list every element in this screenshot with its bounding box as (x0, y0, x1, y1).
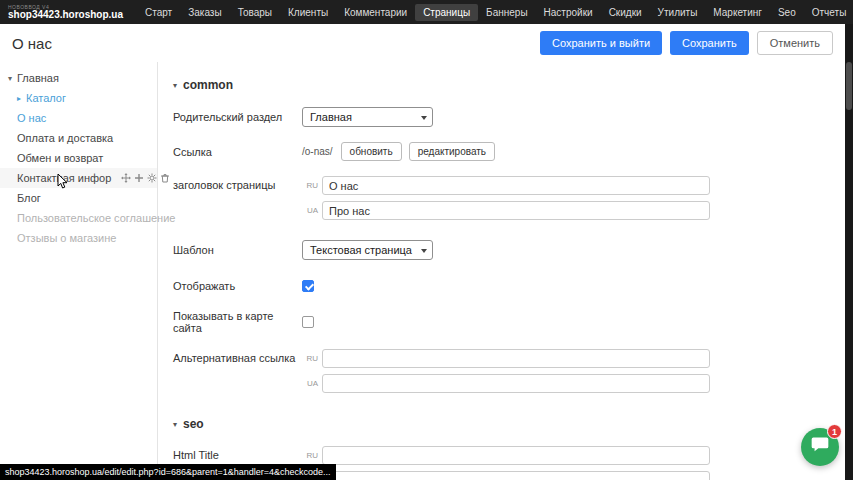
main-layout: ▾ Главная ▸ Каталог О нас Оплата и доста… (0, 62, 845, 480)
move-icon[interactable] (121, 173, 131, 183)
chat-widget-button[interactable]: 1 (801, 428, 839, 466)
field-label: Родительский раздел (173, 111, 298, 123)
parent-section-row: Родительский раздел Главная (173, 107, 845, 127)
menu-item-seo[interactable]: Seo (770, 4, 804, 21)
section-common[interactable]: ▾ common (173, 78, 845, 92)
page-url-value: /o-nas/ (302, 146, 333, 157)
save-and-exit-button[interactable]: Сохранить и выйти (540, 31, 662, 55)
chevron-down-icon: ▾ (173, 420, 177, 429)
top-menu: Старт Заказы Товары Клиенты Комментарии … (137, 0, 853, 24)
link-row: Ссылка /o-nas/ обновить редактировать (173, 142, 845, 161)
chevron-down-icon (421, 116, 427, 120)
alt-link-ua-input[interactable] (322, 374, 710, 393)
sidebar-item-user-agreement[interactable]: Пользовательское соглашение (0, 208, 157, 228)
cancel-button[interactable]: Отменить (757, 31, 833, 55)
add-page-icon[interactable] (134, 173, 144, 183)
field-label: Отображать (173, 280, 298, 292)
save-button[interactable]: Сохранить (670, 31, 749, 55)
chevron-down-icon: ▾ (8, 74, 12, 83)
chat-icon (810, 435, 830, 459)
update-url-button[interactable]: обновить (341, 142, 402, 161)
menu-item-banners[interactable]: Баннеры (478, 4, 535, 21)
page-edit-form: ▾ common Родительский раздел Главная Ссы… (158, 62, 845, 480)
sidebar-item-label: Оплата и доставка (17, 132, 113, 144)
section-title: common (183, 78, 233, 92)
sidebar-item-about[interactable]: О нас (0, 108, 157, 128)
page-title-row: заголовок страницы RU UA (173, 176, 845, 220)
select-value: Текстовая страница (310, 244, 412, 256)
page-title-ru-input[interactable] (322, 176, 710, 195)
shop-domain-label: shop34423.horoshop.ua (8, 10, 123, 20)
sidebar-item-exchange-return[interactable]: Обмен и возврат (0, 148, 157, 168)
page-title-ua-input[interactable] (322, 201, 710, 220)
section-seo[interactable]: ▾ seo (173, 417, 845, 431)
field-label-text: Html Title (173, 449, 298, 461)
alt-link-ru-input[interactable] (322, 349, 710, 368)
header-buttons: Сохранить и выйти Сохранить Отменить (540, 31, 833, 55)
lang-ua-badge: UA (302, 206, 318, 215)
template-row: Шаблон Текстовая страница (173, 240, 845, 260)
menu-item-start[interactable]: Старт (137, 4, 180, 21)
template-select[interactable]: Текстовая страница (302, 240, 433, 260)
edit-url-button[interactable]: редактировать (409, 142, 495, 161)
topbar: НОВОВВОД V4 shop34423.horoshop.ua Старт … (0, 0, 853, 24)
sidebar-item-blog[interactable]: Блог (0, 188, 157, 208)
menu-item-clients[interactable]: Клиенты (280, 4, 336, 21)
chevron-right-icon: ▸ (17, 94, 21, 103)
sidebar-item-label: Главная (17, 72, 59, 84)
chevron-down-icon: ▾ (173, 81, 177, 90)
display-row: Отображать (173, 280, 845, 292)
sidebar-item-label: О нас (17, 112, 46, 124)
html-title-ru-input[interactable] (322, 446, 710, 465)
menu-item-marketing[interactable]: Маркетинг (705, 4, 770, 21)
sidebar-item-payment-delivery[interactable]: Оплата и доставка (0, 128, 157, 148)
logo[interactable]: НОВОВВОД V4 shop34423.horoshop.ua (8, 5, 123, 20)
chat-unread-badge: 1 (827, 424, 842, 439)
menu-item-orders[interactable]: Заказы (180, 4, 229, 21)
field-label: Шаблон (173, 244, 298, 256)
gear-icon[interactable] (147, 173, 157, 183)
sitemap-row: Показывать в карте сайта (173, 310, 845, 334)
menu-item-utilities[interactable]: Утилиты (650, 4, 706, 21)
chevron-down-icon (421, 249, 427, 253)
section-title: seo (183, 417, 204, 431)
menu-item-discounts[interactable]: Скидки (601, 4, 650, 21)
menu-item-products[interactable]: Товары (230, 4, 280, 21)
sidebar-item-label: Пользовательское соглашение (17, 212, 175, 224)
sidebar-item-catalog[interactable]: ▸ Каталог (0, 88, 157, 108)
sidebar-item-label: Блог (17, 192, 41, 204)
sidebar-item-label: Обмен и возврат (17, 152, 103, 164)
menu-item-reports[interactable]: Отчеты (804, 4, 853, 21)
vertical-scrollbar[interactable] (845, 24, 853, 480)
menu-item-settings[interactable]: Настройки (536, 4, 601, 21)
lang-ru-badge: RU (302, 181, 318, 190)
sidebar-item-store-reviews[interactable]: Отзывы о магазине (0, 228, 157, 248)
sidebar-item-label: Отзывы о магазине (17, 232, 116, 244)
scrollbar-thumb[interactable] (846, 62, 852, 110)
field-label: заголовок страницы (173, 176, 298, 191)
field-label: Альтернативная ссылка (173, 349, 298, 364)
sidebar-item-main[interactable]: ▾ Главная (0, 68, 157, 88)
sidebar-item-label: Каталог (26, 92, 66, 104)
sidebar-item-label: Контактная инфор (17, 172, 111, 184)
lang-ua-badge: UA (302, 379, 318, 388)
page-header: О нас Сохранить и выйти Сохранить Отмени… (0, 24, 845, 62)
lang-ru-badge: RU (302, 451, 318, 460)
status-url-tooltip: shop34423.horoshop.ua/edit/edit.php?id=6… (0, 464, 336, 480)
alt-link-row: Альтернативная ссылка RU UA (173, 349, 845, 393)
page-title: О нас (12, 35, 52, 52)
field-label: Показывать в карте сайта (173, 310, 298, 334)
pages-tree-sidebar: ▾ Главная ▸ Каталог О нас Оплата и доста… (0, 62, 158, 480)
field-label: Ссылка (173, 146, 298, 158)
html-title-ua-input[interactable] (322, 471, 710, 480)
lang-ru-badge: RU (302, 354, 318, 363)
sidebar-item-contact-info[interactable]: Контактная инфор (0, 168, 157, 188)
menu-item-pages[interactable]: Страницы (415, 4, 478, 21)
menu-item-comments[interactable]: Комментарии (336, 4, 415, 21)
sitemap-checkbox[interactable] (302, 316, 314, 328)
parent-section-select[interactable]: Главная (302, 107, 433, 127)
display-checkbox[interactable] (302, 280, 314, 292)
select-value: Главная (310, 111, 352, 123)
